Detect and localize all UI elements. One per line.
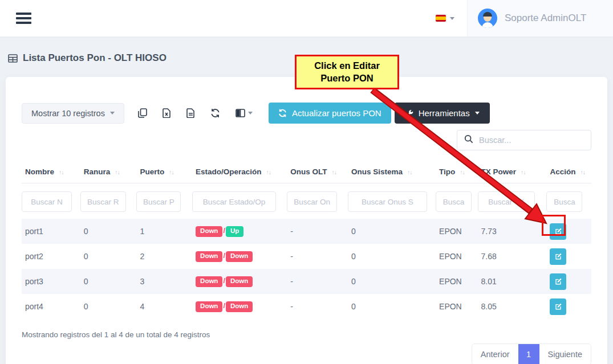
cell-ranura: 0 — [80, 294, 137, 319]
spain-flag-icon — [436, 15, 446, 22]
cell-onus-sistema: 0 — [348, 219, 436, 244]
cell-tx-power: 8.01 — [478, 269, 547, 294]
table-row: port1 0 1 Down/Up - 0 EPON 7.73 — [22, 219, 591, 244]
cell-onus-sistema: 0 — [348, 294, 436, 319]
sort-icon: ↑↓ — [59, 169, 64, 175]
cell-ranura: 0 — [80, 219, 137, 244]
filter-tipo-input[interactable] — [436, 191, 472, 212]
cell-onus-sistema: 0 — [348, 244, 436, 269]
table-toolbar: Mostrar 10 registros — [22, 103, 591, 124]
search-icon — [464, 134, 473, 146]
actualizar-puertos-button[interactable]: Actualizar puertos PON — [269, 103, 391, 124]
show-entries-button[interactable]: Mostrar 10 registros — [22, 103, 124, 124]
col-header-onus-olt[interactable]: Onus OLT↑↓ — [287, 163, 348, 183]
pagination: Anterior 1 Siguiente — [472, 343, 591, 364]
user-menu[interactable]: Soporte AdminOLT — [467, 0, 613, 36]
col-header-tipo[interactable]: Tipo↑↓ — [436, 163, 478, 183]
chevron-down-icon — [475, 112, 480, 114]
sort-icon: ↑↓ — [521, 169, 526, 175]
pon-ports-card: Mostrar 10 registros — [6, 77, 607, 364]
pagination-prev[interactable]: Anterior — [472, 344, 518, 364]
estado-badge: Down — [196, 301, 222, 312]
copy-icon[interactable] — [138, 108, 147, 118]
cell-estado: Down/Down — [192, 269, 287, 294]
estado-badge: Down — [196, 226, 222, 237]
operacion-badge: Up — [226, 226, 243, 237]
pon-ports-table: Nombre↑↓ Ranura↑↓ Puerto↑↓ Estado/Operac… — [22, 163, 591, 319]
herramientas-button[interactable]: Herramientas — [395, 103, 490, 124]
column-visibility-icon[interactable] — [236, 109, 253, 117]
pagination-page-1[interactable]: 1 — [518, 344, 539, 364]
cell-nombre: port4 — [22, 294, 80, 319]
col-header-ranura[interactable]: Ranura↑↓ — [80, 163, 137, 183]
sort-icon: ↑↓ — [460, 169, 465, 175]
cell-puerto: 4 — [136, 294, 192, 319]
table-row: port4 0 4 Down/Down - 0 EPON 8.05 — [22, 294, 591, 319]
sort-icon: ↑↓ — [331, 169, 336, 175]
cell-nombre: port2 — [22, 244, 80, 269]
cell-estado: Down/Up — [192, 219, 287, 244]
refresh-icon[interactable] — [210, 108, 220, 118]
col-header-tx-power[interactable]: TX Power↑↓ — [478, 163, 547, 183]
cell-tipo: EPON — [436, 219, 478, 244]
cell-estado: Down/Down — [192, 244, 287, 269]
cell-onus-olt: - — [287, 219, 348, 244]
col-header-accion[interactable]: Acción↑↓ — [546, 163, 591, 183]
pagination-next[interactable]: Siguiente — [539, 344, 591, 364]
annotation-callout: Click en Editar Puerto PON — [295, 55, 399, 89]
filter-tx-power-input[interactable] — [478, 191, 535, 212]
edit-port-button[interactable] — [550, 298, 566, 315]
sort-icon: ↑↓ — [407, 169, 412, 175]
col-header-nombre[interactable]: Nombre↑↓ — [22, 163, 80, 183]
cell-onus-sistema: 0 — [348, 269, 436, 294]
filter-row — [22, 183, 591, 219]
sort-icon: ↑↓ — [580, 169, 585, 175]
cell-nombre: port1 — [22, 219, 80, 244]
cell-estado: Down/Down — [192, 294, 287, 319]
edit-port-button[interactable] — [550, 248, 566, 265]
edit-port-button[interactable] — [550, 223, 566, 240]
filter-accion-input[interactable] — [546, 191, 582, 212]
cell-tx-power: 7.73 — [478, 219, 547, 244]
operacion-badge: Down — [226, 276, 253, 287]
table-grid-icon — [8, 54, 18, 63]
cell-onus-olt: - — [287, 269, 348, 294]
edit-port-button[interactable] — [550, 273, 566, 290]
cell-onus-olt: - — [287, 244, 348, 269]
cell-puerto: 1 — [136, 219, 192, 244]
search-input[interactable] — [479, 136, 586, 145]
avatar — [478, 9, 497, 28]
language-selector[interactable] — [436, 15, 454, 22]
user-name: Soporte AdminOLT — [505, 13, 586, 24]
cell-nombre: port3 — [22, 269, 80, 294]
table-row: port3 0 3 Down/Down - 0 EPON 8.01 — [22, 269, 591, 294]
cell-tipo: EPON — [436, 244, 478, 269]
export-excel-icon[interactable] — [163, 108, 171, 118]
chevron-down-icon — [110, 112, 115, 114]
col-header-estado[interactable]: Estado/Operación↑↓ — [192, 163, 287, 183]
wrench-icon — [405, 109, 413, 117]
sort-icon: ↑↓ — [169, 169, 174, 175]
operacion-badge: Down — [226, 301, 253, 312]
filter-ranura-input[interactable] — [80, 191, 126, 212]
cell-ranura: 0 — [80, 244, 137, 269]
filter-nombre-input[interactable] — [22, 191, 72, 212]
sort-icon: ↑↓ — [266, 169, 271, 175]
filter-estado-input[interactable] — [192, 191, 276, 212]
estado-badge: Down — [196, 276, 222, 287]
topbar: Soporte AdminOLT — [0, 0, 613, 37]
menu-toggle-icon[interactable] — [16, 10, 31, 26]
export-file-icon[interactable] — [186, 108, 195, 118]
sort-icon: ↑↓ — [115, 169, 120, 175]
filter-onus-sistema-input[interactable] — [348, 191, 427, 212]
cell-ranura: 0 — [80, 269, 137, 294]
chevron-down-icon — [248, 112, 253, 114]
table-info: Mostrando registros del 1 al 4 de un tot… — [22, 330, 591, 339]
col-header-onus-sistema[interactable]: Onus Sistema↑↓ — [348, 163, 436, 183]
filter-onus-olt-input[interactable] — [287, 191, 337, 212]
cell-tx-power: 7.68 — [478, 244, 547, 269]
cell-onus-olt: - — [287, 294, 348, 319]
col-header-puerto[interactable]: Puerto↑↓ — [136, 163, 192, 183]
filter-puerto-input[interactable] — [136, 191, 181, 212]
cell-puerto: 3 — [136, 269, 192, 294]
